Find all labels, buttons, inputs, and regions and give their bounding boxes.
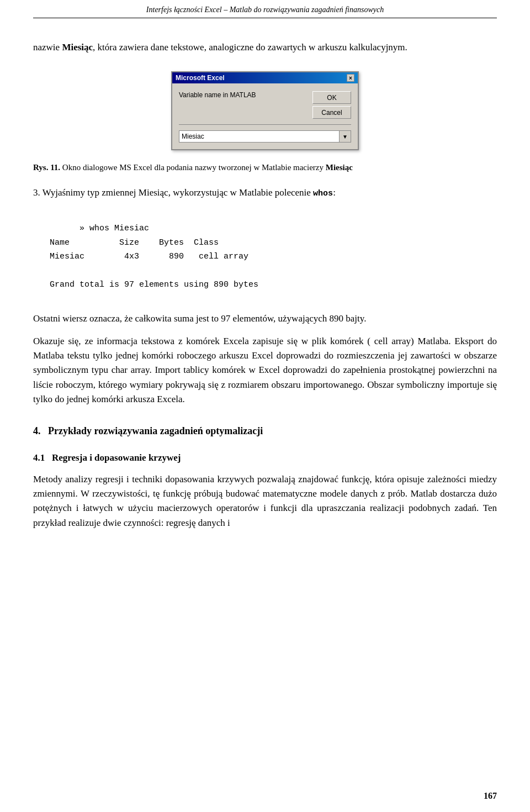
dialog-label: Variable name in MATLAB <box>179 91 307 99</box>
intro-bold-word: Miesiąc <box>62 42 93 52</box>
dialog-input-field[interactable]: Miesiac <box>179 130 339 143</box>
section41-number: 4.1 <box>33 452 45 463</box>
header-line: Interfejs łączności Excel – Matlab do ro… <box>33 0 497 18</box>
code-block: » whos Miesiac Name Size Bytes Class Mie… <box>50 208 497 307</box>
methods-text: Metody analizy regresji i techniki dopas… <box>33 474 497 528</box>
paragraph-methods: Metody analizy regresji i techniki dopas… <box>33 472 497 530</box>
dialog-input-row: Miesiac ▼ <box>179 130 351 143</box>
dialog-ok-button[interactable]: OK <box>312 91 351 104</box>
intro-text-before: nazwie <box>33 42 62 52</box>
dialog-row: Variable name in MATLAB OK Cancel <box>179 91 351 119</box>
intro-text-after: , która zawiera dane tekstowe, analogicz… <box>93 42 407 52</box>
cell-array-text: Okazuje się, ze informacja tekstowa z ko… <box>33 336 497 404</box>
dialog-close-button[interactable]: × <box>347 74 354 82</box>
paragraph3-code: whos <box>313 189 333 198</box>
paragraph3: 3. Wyjaśnimy typ zmiennej Miesiąc, wykor… <box>33 186 497 200</box>
dialog-input-collapse-btn[interactable]: ▼ <box>339 130 351 143</box>
dialog-separator <box>179 124 351 125</box>
code-line5: Grand total is 97 elements using 890 byt… <box>50 280 258 289</box>
section4-number: 4. <box>33 425 41 436</box>
code-line1: » whos Miesiac <box>80 224 149 233</box>
intro-paragraph: nazwie Miesiąc, która zawiera dane tekst… <box>33 40 497 55</box>
code-line3: Miesiac 4x3 890 cell array <box>50 252 248 261</box>
code-line2: Name Size Bytes Class <box>50 238 219 247</box>
page-number-bottom: 167 <box>484 791 497 801</box>
paragraph-last-line: Ostatni wiersz oznacza, że całkowita sum… <box>33 312 497 326</box>
paragraph3-text-before: 3. Wyjaśnimy typ zmiennej Miesiąc, wykor… <box>33 187 313 198</box>
caption-text: Okno dialogowe MS Excel dla podania nazw… <box>60 163 326 172</box>
paragraph3-text-after: : <box>333 187 336 198</box>
figure-caption: Rys. 11. Okno dialogowe MS Excel dla pod… <box>33 161 497 174</box>
paragraph-cell-array: Okazuje się, ze informacja tekstowa z ko… <box>33 334 497 407</box>
section4-title: Przykłady rozwiązywania zagadnień optyma… <box>48 425 263 436</box>
header-title: Interfejs łączności Excel – Matlab do ro… <box>33 6 497 14</box>
last-line-text: Ostatni wiersz oznacza, że całkowita sum… <box>33 313 366 324</box>
section4-heading: 4. Przykłady rozwiązywania zagadnień opt… <box>33 424 497 439</box>
section41-heading: 4.1 Regresja i dopasowanie krzywej <box>33 451 497 465</box>
caption-bold: Miesiąc <box>326 163 353 172</box>
dialog-buttons: OK Cancel <box>312 91 351 119</box>
main-content: nazwie Miesiąc, która zawiera dane tekst… <box>33 35 497 530</box>
dialog-left-area: Variable name in MATLAB <box>179 91 307 103</box>
dialog-body: Variable name in MATLAB OK Cancel Miesia… <box>172 83 358 149</box>
caption-prefix: Rys. 11. <box>33 163 60 172</box>
dialog-cancel-button[interactable]: Cancel <box>312 106 351 119</box>
section41-title: Regresja i dopasowanie krzywej <box>52 452 181 463</box>
dialog-titlebar: Microsoft Excel × <box>172 72 358 83</box>
dialog-box: Microsoft Excel × Variable name in MATLA… <box>171 71 359 150</box>
dialog-screenshot-container: Microsoft Excel × Variable name in MATLA… <box>33 71 497 150</box>
dialog-titlebar-title: Microsoft Excel <box>176 74 225 82</box>
